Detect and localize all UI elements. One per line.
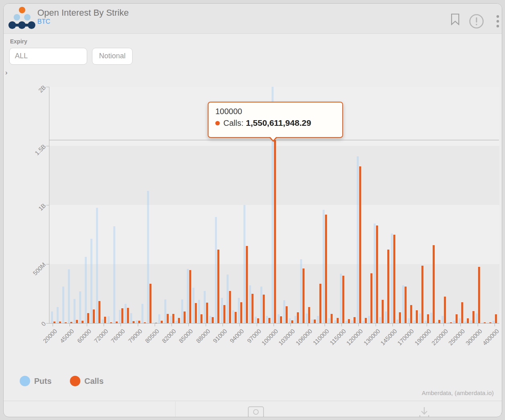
call-bar[interactable] [251, 294, 254, 323]
put-bar[interactable] [119, 310, 121, 323]
call-bar[interactable] [53, 322, 55, 323]
expiry-select[interactable]: ALL [9, 48, 87, 65]
put-bar[interactable] [493, 321, 495, 323]
put-bar[interactable] [391, 234, 393, 323]
call-bar[interactable] [387, 250, 389, 323]
put-bar[interactable] [192, 288, 194, 323]
call-bar[interactable] [263, 295, 265, 323]
call-bar[interactable] [427, 314, 429, 323]
put-bar[interactable] [385, 311, 387, 323]
call-bar[interactable] [240, 302, 242, 323]
call-bar[interactable] [438, 320, 440, 323]
call-bar[interactable] [268, 318, 270, 323]
call-bar[interactable] [291, 320, 293, 323]
put-bar[interactable] [283, 300, 285, 323]
put-bar[interactable] [158, 314, 160, 323]
call-bar[interactable] [348, 319, 350, 323]
download-icon[interactable] [417, 406, 431, 417]
resize-corner-icon[interactable] [495, 413, 502, 417]
call-bar[interactable] [195, 303, 197, 323]
call-bar[interactable] [274, 140, 276, 323]
call-bar[interactable] [421, 266, 423, 323]
call-bar[interactable] [184, 311, 186, 323]
call-bar[interactable] [433, 245, 435, 323]
put-bar[interactable] [79, 291, 81, 323]
put-bar[interactable] [260, 287, 262, 323]
put-bar[interactable] [278, 314, 280, 323]
call-bar[interactable] [382, 300, 384, 324]
put-bar[interactable] [102, 320, 104, 323]
legend-dot-puts[interactable] [20, 376, 30, 386]
call-bar[interactable] [82, 321, 84, 323]
put-bar[interactable] [232, 310, 234, 323]
put-bar[interactable] [317, 316, 319, 323]
call-bar[interactable] [303, 268, 305, 323]
call-bar[interactable] [149, 284, 151, 323]
put-bar[interactable] [419, 313, 421, 323]
call-bar[interactable] [59, 322, 61, 323]
call-bar[interactable] [138, 321, 140, 323]
put-bar[interactable] [96, 208, 98, 323]
put-bar[interactable] [368, 316, 370, 323]
call-bar[interactable] [161, 321, 163, 323]
put-bar[interactable] [238, 298, 240, 324]
put-bar[interactable] [476, 313, 478, 323]
put-bar[interactable] [204, 291, 206, 323]
put-bar[interactable] [294, 316, 296, 323]
call-bar[interactable] [121, 308, 123, 323]
put-bar[interactable] [379, 317, 381, 323]
kebab-menu-icon[interactable] [496, 14, 499, 28]
call-bar[interactable] [314, 320, 316, 323]
put-bar[interactable] [334, 320, 336, 323]
put-bar[interactable] [346, 321, 348, 323]
call-bar[interactable] [467, 318, 469, 323]
call-bar[interactable] [70, 322, 72, 323]
call-bar[interactable] [286, 306, 288, 323]
put-bar[interactable] [266, 316, 268, 323]
call-bar[interactable] [87, 313, 89, 323]
put-bar[interactable] [453, 321, 455, 323]
call-bar[interactable] [104, 317, 106, 323]
put-bar[interactable] [51, 311, 53, 323]
call-bar[interactable] [331, 314, 333, 323]
put-bar[interactable] [323, 210, 325, 323]
put-bar[interactable] [113, 226, 115, 323]
call-bar[interactable] [342, 276, 344, 323]
call-bar[interactable] [76, 320, 78, 323]
put-bar[interactable] [176, 321, 178, 323]
put-bar[interactable] [300, 259, 302, 323]
call-bar[interactable] [212, 317, 214, 323]
call-bar[interactable] [172, 314, 174, 323]
put-bar[interactable] [425, 321, 427, 323]
notional-toggle-button[interactable]: Notional [92, 48, 133, 65]
call-bar[interactable] [223, 305, 225, 323]
call-bar[interactable] [461, 302, 463, 323]
alert-circle-icon[interactable] [469, 14, 484, 29]
put-bar[interactable] [436, 322, 438, 323]
call-bar[interactable] [280, 316, 282, 323]
put-bar[interactable] [209, 316, 211, 323]
put-bar[interactable] [147, 191, 149, 323]
put-bar[interactable] [351, 320, 353, 323]
call-bar[interactable] [155, 323, 157, 323]
put-bar[interactable] [289, 318, 291, 323]
call-bar[interactable] [178, 318, 180, 323]
call-bar[interactable] [484, 322, 486, 323]
call-bar[interactable] [65, 322, 67, 323]
put-bar[interactable] [221, 298, 223, 324]
put-bar[interactable] [153, 323, 155, 323]
put-bar[interactable] [57, 307, 59, 323]
call-bar[interactable] [110, 322, 112, 323]
call-bar[interactable] [456, 314, 458, 323]
legend-label-calls[interactable]: Calls [84, 377, 104, 386]
call-bar[interactable] [370, 273, 372, 323]
put-bar[interactable] [215, 217, 217, 323]
bookmark-icon[interactable] [450, 13, 460, 25]
call-bar[interactable] [399, 312, 401, 323]
call-bar[interactable] [229, 291, 231, 323]
call-bar[interactable] [98, 301, 100, 323]
put-bar[interactable] [459, 318, 461, 323]
put-bar[interactable] [374, 223, 376, 323]
put-bar[interactable] [311, 320, 313, 323]
camera-icon[interactable] [248, 406, 264, 417]
